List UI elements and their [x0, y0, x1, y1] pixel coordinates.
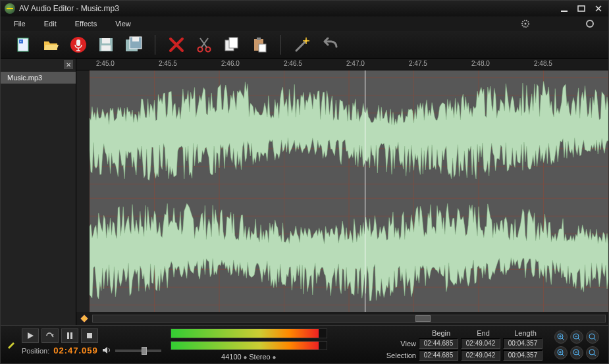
effects-wand-button[interactable]: [292, 34, 313, 55]
svg-marker-48: [28, 332, 34, 339]
position-value: 02:47.059: [53, 346, 98, 355]
audio-format-info: 44100 ● Stereo ●: [171, 353, 327, 361]
record-button[interactable]: [68, 34, 89, 55]
zoom-out-v-button[interactable]: [570, 346, 583, 359]
cut-button[interactable]: [194, 34, 215, 55]
zoom-controls: [550, 328, 603, 361]
position-label: Position:: [22, 347, 49, 355]
volume-knob[interactable]: [142, 347, 147, 355]
stop-button[interactable]: [81, 328, 98, 343]
svg-rect-51: [87, 333, 92, 338]
scroll-thumb[interactable]: [415, 315, 431, 322]
svg-marker-47: [80, 315, 88, 323]
undo-button[interactable]: [319, 34, 340, 55]
time-ruler[interactable]: 2:45.02:45.52:46.02:46.52:47.02:47.52:48…: [76, 59, 608, 70]
volume-slider[interactable]: [115, 350, 161, 352]
svg-rect-22: [259, 44, 266, 52]
svg-rect-19: [229, 38, 238, 48]
level-meters: 44100 ● Stereo ●: [167, 328, 331, 361]
paste-button[interactable]: [249, 34, 270, 55]
menu-effects[interactable]: Effects: [75, 20, 97, 28]
svg-rect-11: [102, 38, 110, 43]
save-button[interactable]: [95, 34, 117, 55]
file-list-item[interactable]: Music.mp3: [1, 72, 76, 84]
meter-left: [171, 328, 327, 338]
svg-point-5: [589, 23, 591, 25]
svg-point-3: [525, 23, 527, 25]
range-selection-length[interactable]: 00:04.357: [503, 350, 543, 361]
svg-point-58: [589, 350, 595, 355]
close-button[interactable]: [593, 4, 604, 13]
status-bar: Position: 02:47.059 44100 ● Stereo ● Beg…: [1, 325, 608, 363]
zoom-selection-button[interactable]: [586, 346, 599, 359]
selection-ranges: Begin End Length View 02:44.685 02:49.04…: [379, 328, 545, 361]
pause-button[interactable]: [61, 328, 78, 343]
range-view-begin[interactable]: 02:44.685: [419, 338, 458, 349]
svg-rect-21: [257, 38, 261, 40]
svg-point-16: [198, 47, 203, 51]
loop-button[interactable]: [41, 328, 59, 343]
open-file-button[interactable]: [40, 34, 61, 55]
speaker-icon[interactable]: [102, 346, 111, 355]
waveform-area[interactable]: 7550250-25-50-757550250-25-50-75: [76, 70, 608, 312]
range-selection-end[interactable]: 02:49.042: [461, 350, 500, 361]
maximize-button[interactable]: [575, 4, 587, 13]
svg-rect-9: [76, 39, 80, 46]
menu-file[interactable]: File: [14, 20, 26, 28]
range-header-begin: Begin: [421, 329, 461, 337]
zoom-fit-button[interactable]: [586, 330, 599, 344]
svg-point-55: [589, 334, 595, 339]
sidebar-close-icon[interactable]: ✕: [64, 60, 73, 69]
scroll-track[interactable]: [92, 315, 606, 323]
svg-rect-1: [578, 6, 585, 11]
svg-point-17: [206, 47, 211, 51]
save-as-button[interactable]: [123, 34, 144, 55]
minimize-button[interactable]: [558, 4, 570, 13]
new-file-button[interactable]: [13, 34, 34, 55]
range-header-end: End: [463, 329, 503, 337]
zoom-out-h-button[interactable]: [570, 330, 583, 344]
range-view-length[interactable]: 00:04.357: [503, 338, 543, 349]
menu-view[interactable]: View: [115, 20, 131, 28]
menu-bar: File Edit Effects View: [1, 16, 608, 31]
refresh-icon[interactable]: [585, 18, 595, 29]
menu-edit[interactable]: Edit: [44, 20, 57, 28]
file-list: Music.mp3: [1, 70, 76, 325]
zoom-in-v-button[interactable]: [554, 346, 568, 359]
svg-rect-12: [101, 45, 111, 51]
range-selection-label: Selection: [379, 351, 416, 359]
playhead-cursor[interactable]: [365, 70, 365, 312]
svg-rect-15: [132, 37, 139, 41]
settings-icon[interactable]: [520, 18, 531, 29]
toolbar: [1, 31, 608, 59]
file-sidebar: ✕ Music.mp3: [1, 59, 76, 325]
zoom-in-h-button[interactable]: [554, 330, 568, 344]
svg-rect-49: [67, 332, 69, 339]
copy-button[interactable]: [221, 34, 242, 55]
play-button[interactable]: [22, 328, 39, 343]
meter-right: [171, 341, 327, 351]
app-logo-icon: [5, 3, 15, 14]
svg-point-23: [305, 39, 307, 42]
svg-rect-50: [70, 332, 72, 339]
horizontal-scrollbar[interactable]: [76, 312, 608, 325]
range-view-label: View: [379, 340, 416, 348]
svg-rect-0: [561, 11, 568, 12]
range-view-end[interactable]: 02:49.042: [461, 338, 500, 349]
range-header-length: Length: [506, 329, 545, 337]
delete-button[interactable]: [166, 34, 187, 55]
range-selection-begin[interactable]: 02:44.685: [419, 350, 458, 361]
scroll-marker-icon[interactable]: [79, 313, 90, 324]
edit-pencil-icon[interactable]: [6, 328, 16, 360]
title-bar: AV Audio Editor - Music.mp3: [1, 1, 608, 16]
window-title: AV Audio Editor - Music.mp3: [19, 4, 558, 13]
svg-marker-52: [103, 347, 107, 353]
